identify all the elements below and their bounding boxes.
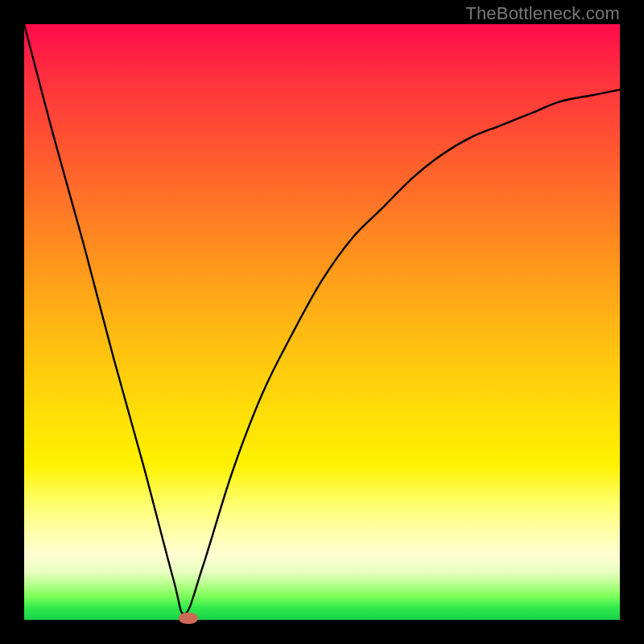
plot-area bbox=[24, 24, 620, 620]
chart-frame: TheBottleneck.com bbox=[0, 0, 644, 644]
watermark-text: TheBottleneck.com bbox=[465, 3, 620, 24]
curve-layer bbox=[24, 24, 620, 620]
minimum-marker bbox=[179, 613, 198, 624]
bottleneck-curve bbox=[24, 24, 620, 614]
